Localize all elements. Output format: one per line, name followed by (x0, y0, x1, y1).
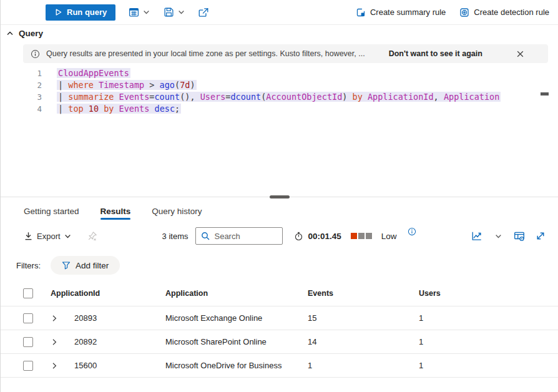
row-expand-chevron-icon[interactable] (51, 338, 74, 346)
code-token (114, 104, 119, 114)
create-detection-rule-button[interactable]: Create detection rule (459, 7, 549, 17)
search-input[interactable] (214, 232, 270, 241)
pin-results-icon[interactable] (87, 231, 97, 241)
results-toolbar: Export 3 items 00:01.45 Low (1, 222, 558, 250)
chart-view-icon[interactable] (469, 228, 484, 243)
code-line-text[interactable]: | summarize Events=count(), Users=dcount… (57, 91, 501, 103)
code-line-text[interactable]: | where Timestamp > ago(7d) (57, 79, 197, 91)
results-view-icons (469, 228, 548, 243)
line-number: 3 (1, 91, 42, 103)
column-header-applicationid[interactable]: ApplicationId (51, 289, 165, 298)
code-token: top (68, 104, 83, 114)
query-toolbar-left: Run query (46, 4, 210, 21)
banner-close-icon[interactable] (516, 50, 524, 58)
code-token: > (144, 80, 159, 90)
splitter-drag-handle[interactable] (270, 195, 290, 198)
code-token: by (353, 92, 363, 102)
code-token (99, 104, 104, 114)
save-chevron-down-icon[interactable] (178, 4, 188, 21)
customize-columns-icon[interactable] (512, 228, 527, 243)
code-token: desc (155, 104, 175, 114)
code-token (363, 92, 368, 102)
filters-row: Filters: Add filter (1, 250, 558, 281)
share-icon[interactable] (197, 4, 210, 21)
cell-users: 1 (419, 361, 558, 370)
stopwatch-icon (294, 232, 303, 241)
results-tabs: Getting startedResultsQuery history (1, 200, 558, 222)
kusto-query-editor[interactable]: 1CloudAppEvents2| where Timestamp > ago(… (1, 63, 558, 195)
add-filter-button[interactable]: Add filter (51, 256, 120, 275)
banner-dismiss-link[interactable]: Don't want to see it again (389, 49, 482, 58)
expand-view-icon[interactable] (533, 228, 548, 243)
export-button[interactable]: Export (24, 232, 71, 241)
table-row[interactable]: 20893Microsoft Exchange Online151 (1, 306, 558, 330)
search-box[interactable] (195, 227, 283, 245)
select-all-checkbox[interactable] (23, 288, 33, 298)
export-label: Export (37, 232, 61, 241)
code-token: where (68, 80, 94, 90)
code-line[interactable]: 2| where Timestamp > ago(7d) (1, 79, 558, 91)
query-section-header[interactable]: Query (1, 25, 558, 42)
save-icon[interactable] (162, 4, 175, 21)
code-token: summarize (68, 92, 114, 102)
resource-usage-label: Low (381, 232, 397, 241)
selected-code: | top 10 by Events desc; (57, 104, 181, 114)
results-table: ApplicationId Application Events Users 2… (1, 281, 558, 378)
editor-scrollbar-thumb[interactable] (541, 92, 549, 96)
meter-square-gray (366, 233, 372, 239)
line-number: 1 (1, 67, 42, 79)
cell-users: 1 (419, 313, 558, 323)
cell-applicationid: 20893 (74, 313, 165, 323)
code-token: ; (175, 104, 180, 114)
row-expand-chevron-icon[interactable] (51, 315, 74, 322)
code-token: ) (342, 92, 352, 102)
create-detection-rule-label: Create detection rule (474, 7, 549, 17)
resource-info-icon[interactable] (408, 227, 416, 236)
chart-chevron-down-icon[interactable] (491, 228, 506, 243)
table-row[interactable]: 20892Microsoft SharePoint Online141 (1, 330, 558, 354)
selected-code: | summarize Events=count(), Users=dcount… (57, 92, 501, 102)
selected-code: CloudAppEvents (57, 68, 130, 78)
code-line[interactable]: 4| top 10 by Events desc; (1, 103, 558, 115)
info-banner: Query results are presented in your loca… (23, 44, 548, 63)
search-icon (201, 232, 210, 240)
table-body: 20893Microsoft Exchange Online15120892Mi… (1, 306, 558, 378)
filter-funnel-icon (62, 261, 71, 270)
code-line[interactable]: 1CloudAppEvents (1, 67, 558, 79)
tab-query-history[interactable]: Query history (152, 200, 202, 222)
time-range-chevron-down-icon[interactable] (143, 4, 153, 21)
resource-usage-meter (351, 233, 372, 239)
collapse-chevron-up-icon[interactable] (6, 30, 14, 37)
column-header-application[interactable]: Application (165, 289, 308, 298)
duration-value: 00:01.45 (308, 232, 341, 241)
code-token: | (58, 80, 68, 90)
column-header-users[interactable]: Users (419, 289, 558, 298)
code-line-text[interactable]: CloudAppEvents (57, 67, 130, 79)
tab-results[interactable]: Results (100, 200, 131, 222)
row-expand-chevron-icon[interactable] (51, 362, 74, 370)
code-token: ago (160, 80, 175, 90)
code-token (94, 80, 99, 90)
table-row[interactable]: 15600Microsoft OneDrive for Business11 (1, 354, 558, 378)
code-line[interactable]: 3| summarize Events=count(), Users=dcoun… (1, 91, 558, 103)
run-query-button[interactable]: Run query (46, 4, 115, 21)
table-header-row: ApplicationId Application Events Users (1, 281, 558, 306)
code-line-text[interactable]: | top 10 by Events desc; (57, 103, 181, 115)
code-token: Timestamp (99, 80, 144, 90)
row-checkbox[interactable] (23, 337, 33, 347)
create-summary-rule-label: Create summary rule (370, 7, 446, 17)
row-checkbox[interactable] (23, 313, 33, 323)
code-token: , (434, 92, 444, 102)
code-token: ( (175, 80, 180, 90)
meter-square-gray (358, 233, 365, 239)
row-checkbox[interactable] (23, 361, 33, 371)
code-token: AccountObjectId (266, 92, 342, 102)
code-token: | (58, 104, 68, 114)
create-summary-rule-button[interactable]: Create summary rule (356, 7, 446, 17)
time-range-calendar-icon[interactable] (127, 4, 140, 21)
advanced-hunting-panel: Run query Create summary (0, 0, 558, 392)
code-token: dcount (230, 92, 261, 102)
column-header-events[interactable]: Events (308, 289, 419, 298)
code-token: CloudAppEvents (58, 68, 129, 78)
tab-getting-started[interactable]: Getting started (24, 200, 79, 222)
